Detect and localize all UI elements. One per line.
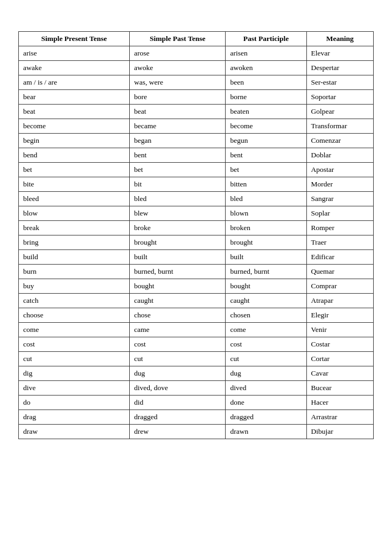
table-cell: Venir [306,323,373,337]
table-cell: dug [226,366,306,381]
table-row: am / is / arewas, werebeenSer-estar [19,75,374,90]
table-cell: borne [226,90,306,105]
table-cell: burned, burnt [129,265,226,279]
table-cell: bought [226,279,306,294]
table-cell: bite [19,177,130,192]
table-cell: burned, burnt [226,265,306,279]
table-cell: cost [19,337,130,352]
table-cell: chose [129,308,226,323]
table-cell: Soplar [306,206,373,221]
table-cell: Cavar [306,366,373,381]
table-cell: bear [19,90,130,105]
table-cell: Hacer [306,396,373,410]
table-cell: cut [226,352,306,366]
table-cell: built [226,250,306,265]
table-cell: brought [129,235,226,250]
table-cell: beaten [226,105,306,119]
table-cell: was, were [129,75,226,90]
table-cell: burn [19,265,130,279]
table-cell: broke [129,221,226,235]
table-cell: arose [129,46,226,61]
table-row: beginbeganbegunComenzar [19,134,374,148]
table-row: becomebecamebecomeTransformar [19,119,374,134]
table-cell: awoken [226,61,306,75]
table-row: buildbuiltbuiltEdificar [19,250,374,265]
table-cell: bled [226,192,306,206]
table-cell: begin [19,134,130,148]
table-cell: come [19,323,130,337]
table-cell: dived [226,381,306,396]
table-cell: brought [226,235,306,250]
column-header: Simple Present Tense [19,32,130,46]
table-cell: came [129,323,226,337]
table-cell: Edificar [306,250,373,265]
table-row: betbetbetApostar [19,163,374,177]
irregular-verbs-table: Simple Present TenseSimple Past TensePas… [18,31,374,439]
table-cell: Romper [306,221,373,235]
table-cell: bet [129,163,226,177]
table-cell: come [226,323,306,337]
table-row: bringbroughtbroughtTraer [19,235,374,250]
table-cell: Comenzar [306,134,373,148]
table-cell: Traer [306,235,373,250]
table-row: bearboreborneSoportar [19,90,374,105]
table-cell: Arrastrar [306,410,373,425]
table-cell: bled [129,192,226,206]
table-cell: dive [19,381,130,396]
table-row: divedived, dovedivedBucear [19,381,374,396]
table-cell: dragged [226,410,306,425]
table-cell: cut [129,352,226,366]
table-cell: buy [19,279,130,294]
table-cell: drag [19,410,130,425]
table-cell: Apostar [306,163,373,177]
table-cell: bought [129,279,226,294]
table-row: bendbentbentDoblar [19,148,374,163]
table-cell: Bucear [306,381,373,396]
table-cell: Atrapar [306,294,373,308]
table-cell: broken [226,221,306,235]
table-cell: bore [129,90,226,105]
table-row: dragdraggeddraggedArrastrar [19,410,374,425]
table-cell: bent [129,148,226,163]
table-cell: drawn [226,425,306,439]
table-cell: bring [19,235,130,250]
table-row: arisearosearisenElevar [19,46,374,61]
table-cell: build [19,250,130,265]
table-cell: awoke [129,61,226,75]
table-cell: did [129,396,226,410]
table-row: bleedbledbledSangrar [19,192,374,206]
table-row: buyboughtboughtComprar [19,279,374,294]
table-cell: Elegir [306,308,373,323]
column-header: Simple Past Tense [129,32,226,46]
table-cell: choose [19,308,130,323]
table-cell: awake [19,61,130,75]
table-cell: drew [129,425,226,439]
table-row: beatbeatbeatenGolpear [19,105,374,119]
table-cell: begun [226,134,306,148]
table-cell: built [129,250,226,265]
column-header: Meaning [306,32,373,46]
table-row: costcostcostCostar [19,337,374,352]
table-cell: am / is / are [19,75,130,90]
table-cell: bend [19,148,130,163]
table-row: bitebitbittenMorder [19,177,374,192]
table-cell: began [129,134,226,148]
table-cell: blew [129,206,226,221]
table-cell: done [226,396,306,410]
table-cell: Morder [306,177,373,192]
table-row: catchcaughtcaughtAtrapar [19,294,374,308]
table-cell: Costar [306,337,373,352]
table-cell: blow [19,206,130,221]
table-cell: Soportar [306,90,373,105]
table-cell: catch [19,294,130,308]
table-cell: arise [19,46,130,61]
table-cell: Quemar [306,265,373,279]
table-cell: draw [19,425,130,439]
table-cell: been [226,75,306,90]
table-row: comecamecomeVenir [19,323,374,337]
table-row: choosechosechosenElegir [19,308,374,323]
table-cell: bent [226,148,306,163]
table-cell: cut [19,352,130,366]
table-cell: break [19,221,130,235]
table-cell: became [129,119,226,134]
